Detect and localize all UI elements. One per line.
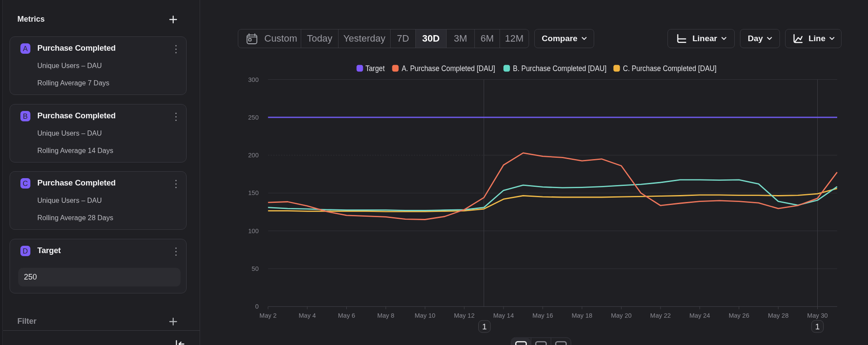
svg-text:May 22: May 22 [650, 312, 671, 319]
svg-text:May 30: May 30 [807, 312, 828, 319]
svg-text:0: 0 [255, 303, 259, 310]
svg-text:May 14: May 14 [493, 312, 514, 319]
svg-text:300: 300 [248, 76, 259, 83]
svg-text:May 18: May 18 [572, 312, 592, 319]
svg-text:B. Purchase Completed [DAU]: B. Purchase Completed [DAU] [513, 64, 607, 73]
svg-text:150: 150 [248, 189, 259, 196]
svg-text:50: 50 [252, 265, 259, 272]
svg-text:1: 1 [815, 322, 820, 331]
svg-text:200: 200 [248, 152, 259, 159]
svg-text:May 16: May 16 [533, 312, 553, 319]
svg-text:A. Purchase Completed [DAU]: A. Purchase Completed [DAU] [401, 64, 495, 73]
svg-text:May 26: May 26 [729, 312, 750, 319]
svg-text:May 10: May 10 [415, 312, 436, 319]
svg-text:May 12: May 12 [454, 312, 475, 319]
svg-text:May 4: May 4 [299, 312, 316, 319]
svg-text:May 24: May 24 [690, 312, 710, 319]
svg-text:May 2: May 2 [260, 312, 277, 319]
svg-text:100: 100 [248, 228, 259, 234]
svg-text:May 6: May 6 [338, 312, 355, 319]
svg-text:May 28: May 28 [768, 312, 789, 319]
svg-text:C. Purchase Completed [DAU]: C. Purchase Completed [DAU] [623, 64, 717, 73]
svg-text:250: 250 [248, 114, 259, 121]
svg-text:May 8: May 8 [377, 312, 395, 319]
svg-text:1: 1 [482, 322, 487, 331]
svg-text:Target: Target [365, 64, 385, 73]
svg-text:May 20: May 20 [611, 312, 632, 319]
